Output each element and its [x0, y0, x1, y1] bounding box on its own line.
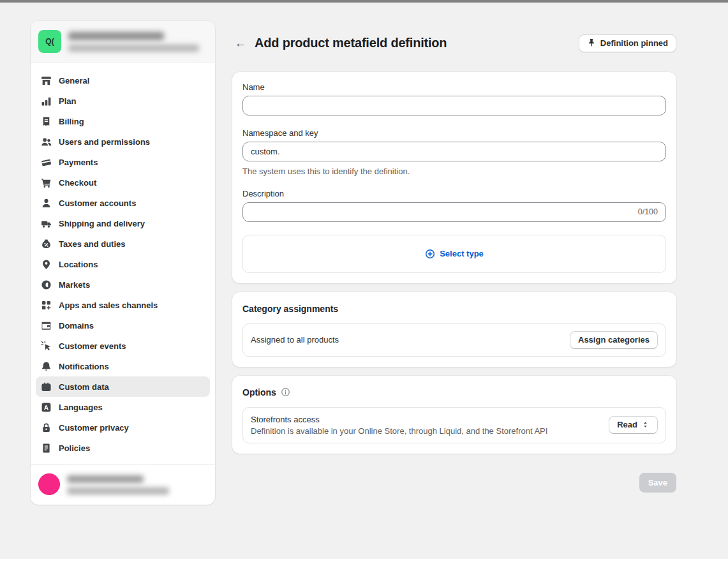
sidebar-item-customer-privacy[interactable]: Customer privacy — [36, 417, 210, 438]
sidebar-item-languages[interactable]: Languages — [36, 397, 210, 417]
apps-icon — [41, 300, 52, 311]
namespace-label: Namespace and key — [242, 128, 666, 138]
assign-categories-button[interactable]: Assign categories — [570, 331, 658, 349]
users-icon — [41, 137, 52, 147]
sidebar-item-payments[interactable]: Payments — [36, 152, 210, 172]
sidebar-item-domains[interactable]: Domains — [36, 315, 210, 336]
sidebar-item-locations[interactable]: Locations — [36, 254, 210, 274]
sidebar-item-label: Notifications — [59, 362, 109, 371]
select-type-label: Select type — [440, 249, 484, 258]
sidebar-item-policies[interactable]: Policies — [36, 438, 210, 458]
sidebar-item-custom-data[interactable]: Custom data — [36, 376, 210, 397]
category-assignment-row: Assigned to all products Assign categori… — [242, 323, 666, 357]
person-icon — [41, 198, 52, 209]
namespace-input[interactable] — [242, 142, 666, 161]
sidebar-item-label: Taxes and duties — [59, 239, 126, 249]
sidebar-item-label: Payments — [59, 158, 98, 167]
description-label: Description — [242, 189, 666, 198]
category-assignments-heading: Category assignments — [242, 304, 666, 314]
sidebar-item-label: Apps and sales channels — [59, 301, 158, 310]
taxes-icon — [41, 239, 52, 249]
options-card: Options Storefronts access Definition is… — [232, 376, 676, 454]
sidebar-item-label: Customer events — [59, 341, 126, 351]
description-input[interactable] — [242, 202, 666, 222]
store-name-redacted — [68, 32, 164, 40]
cursor-click-icon — [41, 341, 52, 352]
storefronts-access-row: Storefronts access Definition is availab… — [242, 407, 666, 443]
sidebar-item-label: Shipping and delivery — [59, 219, 145, 228]
sidebar-item-apps-sales-channels[interactable]: Apps and sales channels — [36, 295, 210, 315]
custom-data-icon — [41, 382, 52, 392]
sidebar-item-customer-accounts[interactable]: Customer accounts — [36, 193, 210, 213]
sidebar-item-label: Plan — [59, 96, 76, 106]
store-icon — [41, 75, 52, 86]
sidebar-item-label: Custom data — [59, 382, 109, 392]
sidebar-item-users-permissions[interactable]: Users and permissions — [36, 131, 210, 152]
sidebar-item-billing[interactable]: Billing — [36, 111, 210, 131]
sidebar-item-plan[interactable]: Plan — [36, 91, 210, 111]
select-type-box: Select type — [242, 235, 666, 273]
sidebar-item-notifications[interactable]: Notifications — [36, 356, 210, 376]
namespace-help-text: The system uses this to identify the def… — [242, 167, 666, 176]
save-button[interactable]: Save — [639, 473, 676, 493]
sidebar-item-label: Languages — [59, 403, 103, 412]
sidebar-item-checkout[interactable]: Checkout — [36, 172, 210, 193]
truck-icon — [41, 218, 52, 229]
sidebar-item-general[interactable]: General — [36, 70, 210, 91]
cart-icon — [41, 177, 52, 188]
sidebar-item-markets[interactable]: Markets — [36, 274, 210, 295]
plus-circle-icon — [425, 249, 435, 259]
pin-icon — [587, 38, 596, 47]
user-info-redacted — [67, 473, 169, 494]
window-bottom-strip — [0, 559, 728, 564]
sidebar-item-label: Locations — [59, 260, 98, 269]
store-info-redacted — [68, 30, 199, 52]
sidebar-item-label: Customer accounts — [59, 198, 136, 208]
sidebar-item-customer-events[interactable]: Customer events — [36, 336, 210, 356]
sidebar-item-label: General — [59, 76, 89, 85]
bell-icon — [41, 361, 52, 372]
page-header: ← Add product metafield definition Defin… — [232, 27, 676, 59]
sidebar-item-taxes-duties[interactable]: Taxes and duties — [36, 234, 210, 254]
store-url-redacted — [68, 45, 199, 52]
sidebar-item-label: Policies — [59, 443, 90, 453]
user-email-redacted — [67, 487, 169, 494]
name-input[interactable] — [242, 96, 666, 115]
billing-icon — [41, 116, 52, 127]
languages-icon — [41, 402, 52, 413]
options-heading: Options — [242, 387, 666, 397]
info-icon[interactable] — [281, 387, 290, 397]
sidebar-item-shipping-delivery[interactable]: Shipping and delivery — [36, 213, 210, 234]
settings-nav: General Plan Billing Users and permissio… — [31, 63, 215, 464]
sidebar-item-label: Users and permissions — [59, 137, 150, 147]
name-field-group: Name — [242, 82, 666, 115]
domains-icon — [41, 320, 52, 331]
select-type-button[interactable]: Select type — [421, 248, 487, 260]
settings-sidebar: Q( General Plan Billing Users and pe — [31, 21, 215, 505]
back-button[interactable]: ← — [232, 35, 249, 52]
policies-icon — [41, 443, 52, 454]
sidebar-item-label: Checkout — [59, 178, 96, 188]
plan-icon — [41, 96, 52, 107]
user-footer — [31, 464, 215, 505]
user-name-redacted — [67, 475, 144, 483]
lock-icon — [41, 422, 52, 433]
sidebar-item-label: Billing — [59, 117, 84, 126]
page-title: Add product metafield definition — [255, 36, 447, 50]
main-content: ← Add product metafield definition Defin… — [232, 21, 676, 493]
pinned-button-label: Definition pinned — [600, 38, 668, 48]
location-pin-icon — [41, 259, 52, 270]
definition-form-card: Name Namespace and key The system uses t… — [232, 72, 676, 283]
storefront-access-select[interactable]: Read — [609, 416, 658, 434]
namespace-field-group: Namespace and key The system uses this t… — [242, 128, 666, 176]
storefront-access-value: Read — [617, 420, 637, 429]
definition-pinned-button[interactable]: Definition pinned — [579, 34, 676, 52]
user-avatar — [38, 473, 60, 495]
storefronts-access-title: Storefronts access — [251, 415, 609, 424]
save-row: Save — [232, 473, 676, 493]
assigned-to-text: Assigned to all products — [251, 335, 570, 345]
sidebar-item-label: Customer privacy — [59, 423, 129, 433]
storefronts-access-description: Definition is available in your Online S… — [251, 426, 609, 436]
chevron-up-down-icon — [641, 420, 650, 429]
store-header: Q( — [31, 21, 215, 63]
